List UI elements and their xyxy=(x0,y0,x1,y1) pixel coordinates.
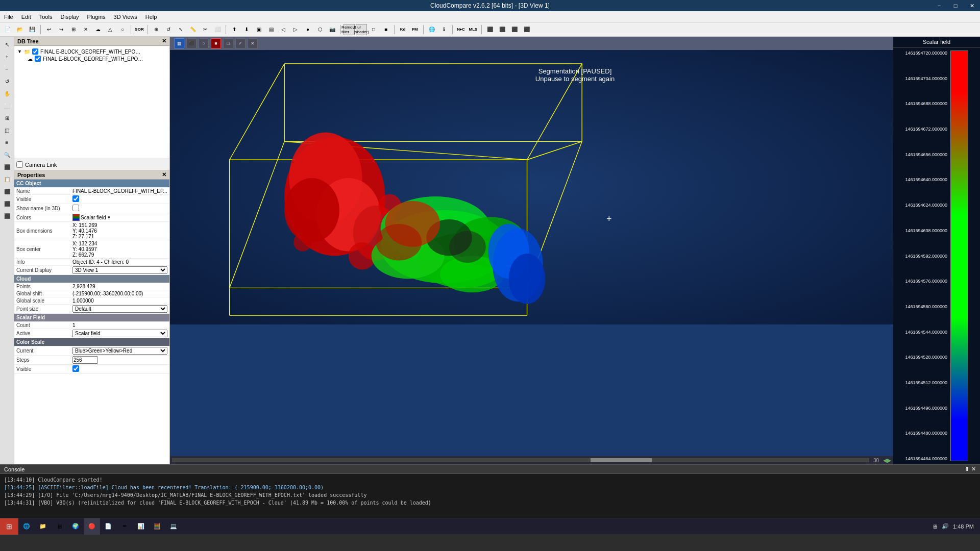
prop-pointsize-val[interactable]: Default xyxy=(70,305,169,314)
taskbar-app2[interactable]: 📄 xyxy=(100,518,116,535)
tree-root-checkbox[interactable] xyxy=(32,48,38,55)
toolbar-rotate[interactable]: ↺ xyxy=(163,24,174,35)
sidebar-fit[interactable]: ⊞ xyxy=(2,112,13,123)
taskbar-app4[interactable]: 📊 xyxy=(133,518,149,535)
prop-colors-val[interactable]: Scalar field ▼ xyxy=(70,213,169,222)
toolbar-segment[interactable]: ✂ xyxy=(200,24,211,35)
menu-file[interactable]: File xyxy=(0,13,17,21)
toolbar-undo[interactable]: ↩ xyxy=(43,24,55,35)
blur-shader-btn[interactable]: Blur (shader) xyxy=(356,24,367,35)
taskbar-app5[interactable]: 🧮 xyxy=(149,518,165,535)
toolbar-view-right[interactable]: ▷ xyxy=(290,24,301,35)
colorscale-dropdown[interactable]: Blue>Green>Yellow>Red xyxy=(72,347,167,355)
sidebar-slice[interactable]: ◫ xyxy=(2,124,13,136)
taskbar-app6[interactable]: 💻 xyxy=(165,518,182,535)
minimize-button[interactable]: − xyxy=(931,0,947,11)
sidebar-extra2[interactable]: ⬛ xyxy=(2,198,13,209)
toolbar-sphere[interactable]: ● xyxy=(302,24,313,35)
viewport[interactable]: ▦ ⬛ ○ ■ □ ✓ ✕ xyxy=(170,37,980,464)
toolbar-view-front[interactable]: ▣ xyxy=(253,24,264,35)
taskbar-ie[interactable]: 🌍 xyxy=(67,518,84,535)
prop-active-val[interactable]: Scalar field xyxy=(70,329,169,338)
toolbar-kd[interactable]: Kd xyxy=(397,24,408,35)
scroll-track[interactable] xyxy=(172,458,869,462)
toolbar-light1[interactable]: □ xyxy=(368,24,379,35)
toolbar-light2[interactable]: ■ xyxy=(380,24,391,35)
sidebar-minus[interactable]: − xyxy=(2,63,13,74)
steps-input[interactable] xyxy=(72,356,98,364)
sidebar-extra1[interactable]: ⬛ xyxy=(2,186,13,197)
toolbar-global[interactable]: 🌐 xyxy=(426,24,437,35)
scroll-thumb[interactable] xyxy=(591,458,652,462)
toolbar-view-left[interactable]: ◁ xyxy=(278,24,289,35)
db-tree-content[interactable]: ▼ 📁 FINAL E-BLOCK_GEOREFF_WITH_EPOCH.txt… xyxy=(14,46,169,159)
menu-3dviews[interactable]: 3D Views xyxy=(110,13,141,21)
toolbar-scale[interactable]: ⤡ xyxy=(175,24,186,35)
console-close[interactable]: ✕ xyxy=(971,466,976,472)
vp-icon-red[interactable]: ■ xyxy=(211,38,221,48)
prop-display-val[interactable]: 3D View 1 xyxy=(70,266,169,275)
taskbar-start[interactable]: ⊞ xyxy=(0,518,18,535)
vp-icon-empty1[interactable]: □ xyxy=(223,38,233,48)
toolbar-delete[interactable]: ✕ xyxy=(80,24,91,35)
toolbar-crop[interactable]: ⬜ xyxy=(212,24,223,35)
toolbar-measure[interactable]: 📏 xyxy=(187,24,199,35)
remove-filter-btn[interactable]: Remove filter xyxy=(344,24,355,35)
db-tree-close[interactable]: ✕ xyxy=(162,38,166,44)
active-scalar-dropdown[interactable]: Scalar field xyxy=(72,330,167,337)
toolbar-view-back[interactable]: ▤ xyxy=(265,24,277,35)
vp-icon-circle[interactable]: ○ xyxy=(199,38,209,48)
toolbar-view-bottom[interactable]: ⬇ xyxy=(241,24,252,35)
sidebar-rotate[interactable]: ↺ xyxy=(2,76,13,87)
sidebar-pan[interactable]: ✋ xyxy=(2,88,13,99)
toolbar-new[interactable]: 📄 xyxy=(2,24,13,35)
sidebar-db[interactable]: ⬛ xyxy=(2,161,13,172)
menu-help[interactable]: Help xyxy=(141,13,161,21)
menu-plugins[interactable]: Plugins xyxy=(83,13,109,21)
sidebar-props[interactable]: 📋 xyxy=(2,173,13,185)
toolbar-cloud[interactable]: ☁ xyxy=(92,24,104,35)
toolbar-translate[interactable]: ⊕ xyxy=(151,24,162,35)
toolbar-camera[interactable]: 📷 xyxy=(327,24,338,35)
sidebar-zoom-rect[interactable]: ⬜ xyxy=(2,100,13,111)
toolbar-nc[interactable]: N▸C xyxy=(455,24,467,35)
sidebar-pointer[interactable]: ↖ xyxy=(2,39,13,50)
pointsize-dropdown[interactable]: Default xyxy=(72,305,167,313)
toolbar-view-top[interactable]: ⬆ xyxy=(229,24,240,35)
toolbar-open[interactable]: 📂 xyxy=(14,24,26,35)
sidebar-plus[interactable]: + xyxy=(2,51,13,62)
vp-icon-points[interactable]: ⬛ xyxy=(186,38,197,48)
sidebar-extra3[interactable]: ⬛ xyxy=(2,210,13,221)
menu-edit[interactable]: Edit xyxy=(17,13,35,21)
toolbar-primitive[interactable]: ○ xyxy=(117,24,128,35)
tree-item-root[interactable]: ▼ 📁 FINAL E-BLOCK_GEOREFF_WITH_EPOCH.txt… xyxy=(16,48,167,55)
toolbar-fm[interactable]: FM xyxy=(409,24,421,35)
prop-steps-val[interactable] xyxy=(70,356,169,365)
console-expand[interactable]: ⬆ xyxy=(965,466,969,472)
vp-icon-check[interactable]: ✓ xyxy=(235,38,246,48)
taskbar-app1[interactable]: 🔴 xyxy=(84,518,100,535)
toolbar-sor[interactable]: SOR xyxy=(134,24,145,35)
sidebar-search[interactable]: 🔍 xyxy=(2,149,13,160)
toolbar-select-all[interactable]: ⊞ xyxy=(68,24,79,35)
tree-child-checkbox[interactable] xyxy=(35,56,41,62)
showname-checkbox[interactable] xyxy=(72,205,79,211)
maximize-button[interactable]: □ xyxy=(947,0,964,11)
tree-expand-icon[interactable]: ▼ xyxy=(17,49,22,54)
toolbar-mesh[interactable]: △ xyxy=(105,24,116,35)
menu-tools[interactable]: Tools xyxy=(35,13,57,21)
toolbar-info[interactable]: ℹ xyxy=(438,24,450,35)
vp-icon-grid[interactable]: ▦ xyxy=(174,38,184,48)
toolbar-extra4[interactable]: ⬛ xyxy=(521,24,532,35)
prop-current-val[interactable]: Blue>Green>Yellow>Red xyxy=(70,346,169,356)
toolbar-extra2[interactable]: ⬛ xyxy=(497,24,508,35)
toolbar-extra3[interactable]: ⬛ xyxy=(509,24,520,35)
prop-visible-val[interactable] xyxy=(70,195,169,204)
toolbar-mls[interactable]: MLS xyxy=(468,24,479,35)
properties-close[interactable]: ✕ xyxy=(162,171,166,178)
taskbar-browser[interactable]: 🌐 xyxy=(18,518,35,535)
taskbar-app3[interactable]: ✒ xyxy=(116,518,133,535)
taskbar-pc[interactable]: 🖥 xyxy=(51,518,67,535)
close-button[interactable]: ✕ xyxy=(964,0,980,11)
toolbar-redo[interactable]: ↪ xyxy=(56,24,67,35)
